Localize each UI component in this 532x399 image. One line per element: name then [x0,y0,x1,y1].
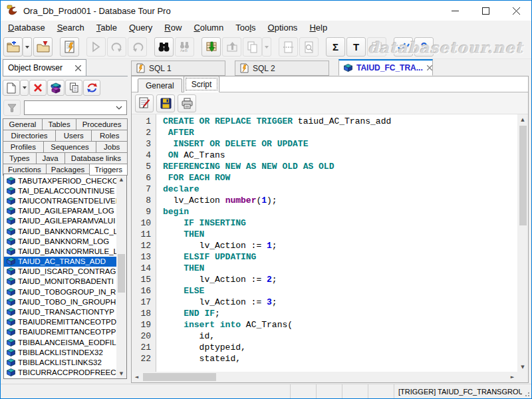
category-tab-database-links[interactable]: Database links [65,152,128,164]
refresh-button[interactable] [83,80,100,96]
scroll-left-icon[interactable] [132,372,142,382]
menu-item-tools[interactable]: Tools [229,21,261,35]
object-row[interactable]: TAI_DEALACCOUNTINUSE [4,186,116,196]
object-row[interactable]: TABUTAXPERIOD_CHECKC [4,176,116,186]
object-row[interactable]: TAIUD_MONITORBADENTI [4,277,116,287]
object-row[interactable]: TBIBALANCEISMA_EODFIL [4,337,116,347]
save-button[interactable] [156,94,175,112]
menu-item-column[interactable]: Column [188,21,229,35]
object-row[interactable]: TAIUD_TRANSACTIONTYP [4,307,116,317]
doc-tab-sql-2[interactable]: SQL 2 [235,61,329,76]
doc-tab-sql-1[interactable]: SQL 1 [131,61,225,76]
close-button[interactable] [501,1,531,21]
new-object-dropdown[interactable] [20,80,29,96]
object-row[interactable]: TAIUD_BANKNORMCALC_L [4,226,116,236]
code-line[interactable]: stateid, [163,353,517,364]
code-line[interactable]: ELSE [163,285,517,297]
object-row[interactable]: TAIUCONTRAGENTDELIVEI [4,196,116,205]
tab-script[interactable]: Script [184,76,220,92]
code-line[interactable]: INSERT OR DELETE OR UPDATE [163,138,517,150]
object-row[interactable]: TBAIUDREMITTANCEOTPD [4,317,116,327]
maximize-button[interactable] [470,1,501,21]
scroll-down-icon[interactable] [517,362,528,372]
category-tab-java[interactable]: Java [36,152,65,164]
code-line[interactable]: lv_Action := 3; [163,297,517,308]
menu-item-help[interactable]: Help [303,21,333,35]
scroll-right-icon[interactable] [507,372,517,382]
category-tab-directories[interactable]: Directories [3,130,56,142]
category-tab-general[interactable]: General [3,118,43,130]
code-line[interactable]: begin [163,206,517,217]
text-button[interactable]: T [346,37,366,57]
object-row[interactable]: TBICURRDOPSOURCE_ACC [4,378,116,378]
resize-grip[interactable] [522,384,531,398]
object-row[interactable]: TAIUD_BANKNORM_LOG [4,236,116,246]
object-row[interactable]: TBIBLACKLISTLINKS32 [4,357,116,367]
code-line[interactable]: IF INSERTING [163,217,517,229]
code-line[interactable]: THEN [163,229,517,240]
category-tab-procedures[interactable]: Procedures [76,118,128,130]
menu-item-table[interactable]: Table [90,21,123,35]
category-tab-roles[interactable]: Roles [91,130,128,142]
sql-script-button[interactable] [60,37,79,57]
category-tab-tables[interactable]: Tables [42,118,76,130]
code-line[interactable]: declare [163,184,517,195]
object-list-scrollbar[interactable] [116,174,126,378]
object-row[interactable]: TBIBLACKLISTINDEX32 [4,347,116,357]
scroll-down-icon[interactable] [116,368,126,378]
object-row[interactable]: TAIUD_AGILEPARAM_LOG [4,206,116,216]
code-line[interactable]: id, [163,331,517,342]
tab-object-browser[interactable]: Object Browser [3,59,86,76]
code-line[interactable]: lv_Action number(1); [163,195,517,206]
code-line[interactable]: CREATE OR REPLACE TRIGGER taiud_AC_Trans… [163,116,517,127]
object-row[interactable]: TAIUD_AC_TRANS_ADD [4,257,116,267]
code-line[interactable]: END IF; [163,308,517,319]
menu-item-database[interactable]: Database [2,21,51,35]
code-line[interactable]: ELSIF UPDATING [163,251,517,263]
category-tab-sequences[interactable]: Sequences [43,141,97,153]
code-line[interactable]: lv_Action := 2; [163,274,517,285]
filter-combobox[interactable] [24,100,127,115]
open-database-button[interactable] [3,37,23,57]
category-tab-types[interactable]: Types [3,152,37,164]
scroll-up-icon[interactable] [517,114,528,124]
code-line[interactable]: FOR EACH ROW [163,172,517,184]
code-line[interactable]: ON AC_Trans [163,150,517,161]
object-row[interactable]: TAIUD_ISCARD_CONTRAG [4,267,116,277]
minimize-button[interactable] [440,1,470,21]
code-line[interactable]: insert into AC_Trans( [163,319,517,331]
find-button[interactable] [154,37,174,57]
open-file-button[interactable] [33,37,53,57]
menu-item-query[interactable]: Query [123,21,158,35]
sum-button[interactable]: Σ [326,37,345,57]
tab-general[interactable]: General [138,78,182,92]
print-button[interactable] [178,94,196,112]
scroll-thumb[interactable] [118,254,125,293]
object-row[interactable]: TAIUD_TOBO_IN_GROUPH [4,297,116,307]
object-row[interactable]: TAIUD_BANKNORMRULE_L [4,246,116,256]
new-object-button[interactable] [3,80,20,96]
title-bar[interactable]: Ora_Db_Prod001 - Database Tour Pro [1,1,531,21]
category-tab-users[interactable]: Users [55,130,92,142]
close-icon[interactable] [427,65,432,70]
scroll-thumb[interactable] [519,126,527,225]
edit-button[interactable] [135,94,154,112]
code-line[interactable]: REFERENCING NEW AS NEW OLD AS OLD [163,161,517,172]
category-tab-triggers[interactable]: Triggers [89,164,128,176]
menu-item-row[interactable]: Row [158,21,188,35]
code-line[interactable]: AFTER [163,127,517,138]
scroll-up-icon[interactable] [116,174,126,184]
object-row[interactable]: TAIUD_TOBOGROUP_IN_R [4,287,116,297]
code-lines[interactable]: CREATE OR REPLACE TRIGGER taiud_AC_Trans… [157,114,517,372]
import-button[interactable] [201,37,221,57]
menu-item-search[interactable]: Search [51,21,90,35]
code-line[interactable]: THEN [163,263,517,274]
code-line[interactable]: lv_Action := 1; [163,240,517,251]
copy-object-button[interactable] [65,80,82,96]
code-line[interactable]: dptypeid, [163,342,517,353]
objects-button[interactable] [47,80,65,96]
open-database-dropdown[interactable] [23,37,32,57]
editor-vscrollbar[interactable] [517,114,528,372]
editor-hscrollbar[interactable] [132,372,517,382]
category-tab-jobs[interactable]: Jobs [96,141,128,153]
